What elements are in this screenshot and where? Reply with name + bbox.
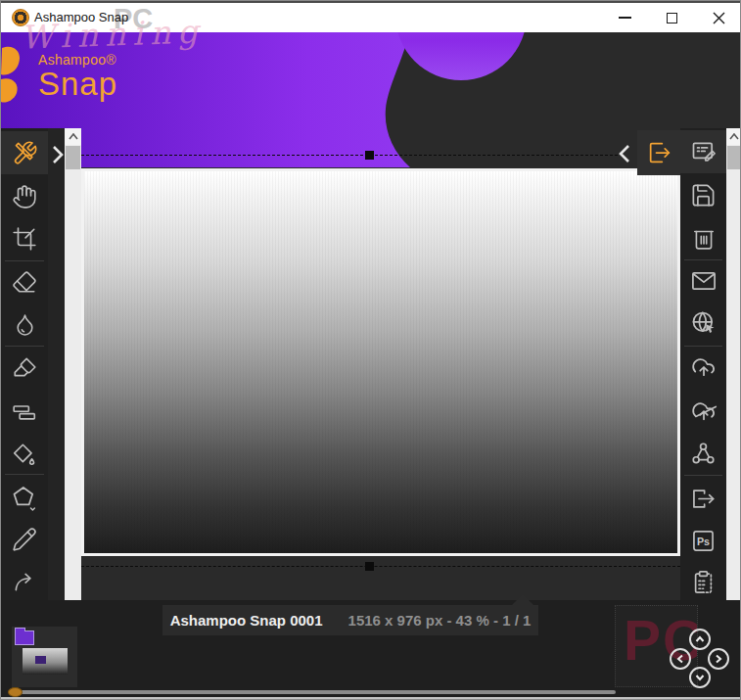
folder-icon bbox=[15, 630, 34, 645]
maximize-icon bbox=[667, 13, 677, 23]
thumbnail-item[interactable] bbox=[12, 627, 77, 687]
pencil-button[interactable] bbox=[1, 518, 48, 561]
selection-handle-bottom[interactable] bbox=[365, 562, 374, 571]
left-toolbar bbox=[1, 128, 48, 600]
tools-button[interactable] bbox=[1, 131, 48, 174]
minimize-icon bbox=[619, 17, 631, 19]
document-details: 1516 x 976 px - 43 % - 1 / 1 bbox=[348, 612, 532, 629]
chevron-right-icon bbox=[52, 145, 64, 164]
chevron-up-icon bbox=[729, 133, 739, 140]
nav-left-button[interactable] bbox=[670, 648, 691, 670]
edit-note-icon bbox=[690, 138, 718, 165]
droplet-icon bbox=[13, 312, 37, 337]
highlighter-icon bbox=[12, 354, 37, 380]
highlighter-button[interactable] bbox=[1, 346, 48, 389]
web-upload-button[interactable] bbox=[680, 302, 726, 345]
pencil-icon bbox=[12, 527, 37, 552]
layered-rectangles-icon bbox=[12, 399, 37, 425]
chevron-right-icon bbox=[712, 652, 725, 666]
nav-down-button[interactable] bbox=[689, 667, 711, 688]
cloud-upload-button[interactable] bbox=[680, 346, 726, 389]
scroll-up-button[interactable] bbox=[726, 128, 741, 145]
delete-button[interactable] bbox=[680, 216, 726, 259]
app-icon bbox=[12, 9, 29, 26]
window-title: Ashampoo Snap bbox=[34, 10, 128, 24]
collapse-right-panel-button[interactable] bbox=[615, 139, 634, 168]
selection-handle-top[interactable] bbox=[365, 151, 374, 160]
cloud-upload-alt-button[interactable] bbox=[680, 389, 726, 432]
document-name: Ashampoo Snap 0001 bbox=[170, 612, 323, 629]
selection-top-line bbox=[81, 155, 618, 156]
toolbar-gap bbox=[48, 128, 66, 600]
chevron-left-icon bbox=[619, 144, 630, 163]
globe-cursor-icon bbox=[690, 309, 718, 337]
pentagon-icon bbox=[11, 485, 38, 512]
status-bar: Ashampoo Snap 0001 1516 x 976 px - 43 % … bbox=[162, 605, 538, 635]
email-button[interactable] bbox=[680, 259, 726, 303]
eraser-icon bbox=[12, 269, 37, 295]
toolbar-separator bbox=[684, 475, 722, 476]
fill-color-button[interactable] bbox=[1, 433, 48, 476]
canvas-vertical-scrollbar-left[interactable] bbox=[65, 128, 81, 600]
share-button[interactable] bbox=[680, 432, 726, 475]
pan-button[interactable] bbox=[1, 175, 48, 218]
selection-bottom-line bbox=[81, 566, 680, 567]
share-nodes-icon bbox=[690, 441, 717, 467]
export-icon bbox=[646, 139, 673, 166]
export-file-icon bbox=[690, 486, 717, 512]
output-mode-button[interactable] bbox=[637, 130, 681, 175]
maximize-button[interactable] bbox=[651, 5, 692, 30]
close-icon bbox=[713, 12, 725, 24]
photoshop-label: Ps bbox=[697, 535, 710, 546]
horizontal-scrollbar[interactable] bbox=[21, 690, 616, 694]
eraser-button[interactable] bbox=[1, 260, 48, 303]
photoshop-icon: Ps bbox=[690, 528, 717, 554]
tools-icon bbox=[12, 140, 38, 166]
watermark-box: PC bbox=[615, 605, 698, 687]
nav-right-button[interactable] bbox=[708, 648, 729, 670]
shape-button[interactable] bbox=[1, 477, 48, 520]
layered-rects-button[interactable] bbox=[1, 391, 48, 434]
trash-icon bbox=[691, 225, 717, 251]
curve-arrow-button[interactable] bbox=[1, 560, 48, 603]
captured-image bbox=[81, 168, 680, 556]
scroll-up-button[interactable] bbox=[65, 128, 81, 145]
window-top-edge bbox=[1, 1, 741, 3]
save-icon bbox=[690, 182, 717, 209]
chevron-left-icon bbox=[673, 652, 687, 666]
clipboard-paste-button[interactable] bbox=[680, 560, 726, 603]
paint-bucket-icon bbox=[12, 442, 37, 467]
blur-button[interactable] bbox=[1, 303, 48, 346]
panel-vertical-scrollbar-right[interactable] bbox=[726, 128, 741, 600]
expand-left-panel-button[interactable] bbox=[49, 138, 66, 171]
brand-lockup: Ashampoo® Snap bbox=[38, 52, 117, 102]
minimize-button[interactable] bbox=[604, 5, 645, 30]
ashampoo-snap-window: Ashampoo® Snap bbox=[0, 0, 741, 700]
crop-icon bbox=[12, 226, 37, 252]
clipboard-paste-icon bbox=[690, 569, 717, 595]
crop-button[interactable] bbox=[1, 217, 48, 260]
right-toolbar: Ps bbox=[680, 128, 726, 600]
product-name: Snap bbox=[38, 68, 117, 102]
thumbnail-preview bbox=[23, 648, 68, 675]
chevron-up-icon bbox=[693, 632, 707, 646]
chevron-up-icon bbox=[69, 133, 78, 140]
close-button[interactable] bbox=[698, 5, 739, 30]
bottom-bar: Ashampoo Snap 0001 1516 x 976 px - 43 % … bbox=[1, 600, 741, 700]
chevron-down-icon bbox=[693, 671, 707, 684]
photoshop-button[interactable]: Ps bbox=[680, 519, 726, 562]
scrollbar-knob[interactable] bbox=[8, 687, 23, 697]
envelope-icon bbox=[690, 267, 718, 295]
cloud-upload-icon bbox=[690, 353, 718, 381]
save-button[interactable] bbox=[680, 173, 726, 216]
toolbar-separator bbox=[5, 474, 44, 475]
ashampoo-logo bbox=[1, 44, 26, 109]
nav-up-button[interactable] bbox=[689, 629, 711, 650]
status-caret bbox=[512, 594, 533, 605]
edit-note-button[interactable] bbox=[680, 130, 726, 173]
scrollbar-thumb[interactable] bbox=[727, 146, 741, 169]
scrollbar-thumb[interactable] bbox=[66, 146, 80, 169]
hand-icon bbox=[12, 184, 37, 210]
export-file-button[interactable] bbox=[680, 477, 726, 520]
curved-arrow-icon bbox=[12, 569, 37, 594]
